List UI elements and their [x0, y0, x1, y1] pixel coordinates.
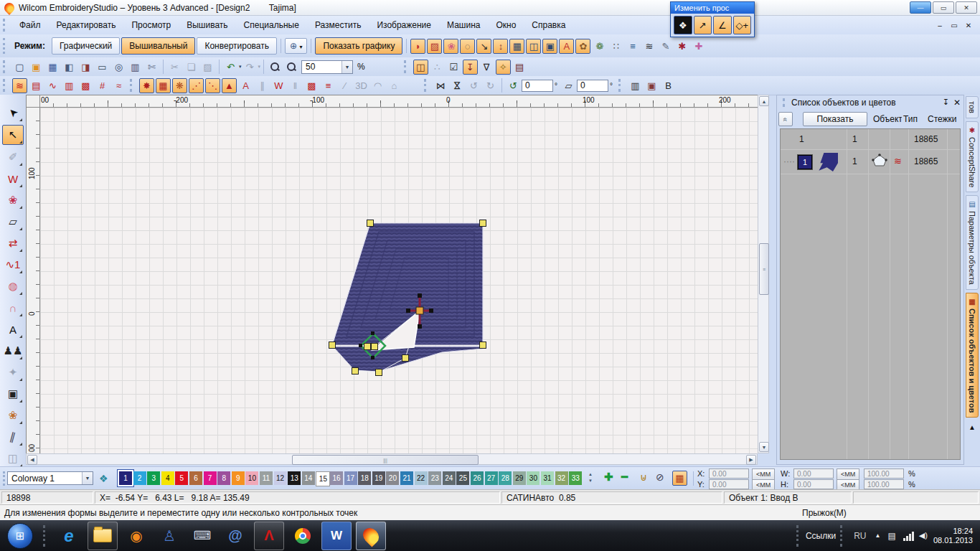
color-chip-2[interactable]: 2 [133, 471, 146, 485]
toolbar-grip[interactable] [3, 60, 9, 73]
tatami-icon[interactable]: ▤ [29, 78, 44, 93]
split-tool[interactable]: ◫ [3, 449, 23, 468]
color-chip-19[interactable]: 19 [372, 471, 385, 485]
cylinder-icon[interactable]: ⊎ [640, 471, 647, 483]
color-chip-26[interactable]: 26 [471, 471, 484, 485]
select-tool[interactable]: ➤ [3, 103, 23, 122]
menu-9[interactable]: Справка [524, 17, 573, 33]
taskbar-mediaplayer-icon[interactable]: ◉ [122, 522, 151, 550]
lettering-remove-tool[interactable]: W [3, 169, 23, 188]
feather-edge-icon[interactable]: ⋱ [205, 78, 220, 93]
print-icon[interactable]: ▭ [95, 60, 110, 75]
mirror-h-icon[interactable]: ⋈ [433, 78, 448, 93]
hoop-flower-icon[interactable]: ✿ [575, 39, 590, 54]
network-icon[interactable] [903, 531, 915, 541]
zoom-tool-icon[interactable] [284, 60, 299, 75]
circle-tool[interactable]: ◍ [3, 277, 23, 296]
grid-overlay-icon[interactable]: ◫ [526, 39, 541, 54]
skew-input[interactable]: 0 [577, 80, 608, 92]
color-chip-7[interactable]: 7 [204, 471, 217, 485]
insert-design-icon[interactable]: ◧ [62, 60, 77, 75]
x-mm-button[interactable]: <MM [752, 468, 775, 480]
ring-tool[interactable]: ∩ [3, 298, 23, 317]
collapse-button[interactable]: « [778, 112, 793, 126]
menu-2[interactable]: Просмотр [123, 17, 179, 33]
hscroll-thumb[interactable]: ||| [292, 455, 479, 465]
copy-icon[interactable]: ❏ [184, 60, 199, 75]
mdi-minimize-button[interactable]: – [933, 19, 947, 31]
print-preview-icon[interactable]: ◎ [111, 60, 126, 75]
entry-point-handle[interactable] [416, 307, 423, 314]
send-machine-icon[interactable]: ▥ [128, 60, 143, 75]
cut-icon[interactable]: ✂ [167, 60, 182, 75]
color-chip-8[interactable]: 8 [217, 471, 230, 485]
w-mm-button[interactable]: <MM [837, 468, 859, 480]
mode-embroidery-button[interactable]: Вышивальный [121, 37, 195, 55]
group-row-stitches[interactable]: 18865 [914, 134, 938, 144]
menu-3[interactable]: Вышивать [179, 17, 235, 33]
save-icon[interactable]: ▦ [45, 60, 60, 75]
object-row-count[interactable]: 1 [852, 156, 857, 166]
texture-fx-icon[interactable]: ▩ [304, 78, 319, 93]
combo-arrow-icon[interactable]: ▼ [82, 472, 93, 484]
color-chip-4[interactable]: 4 [161, 471, 174, 485]
scale-x-field[interactable]: 100.00 [864, 468, 904, 479]
color-chip-15[interactable]: 15 [316, 471, 330, 486]
scroll-up-icon[interactable]: ▲ [759, 96, 769, 106]
motif-fill-icon[interactable]: ❋ [172, 78, 187, 93]
colorway-combo[interactable]: Colorway 1 ▼ [7, 471, 93, 485]
taskbar-wilcom-icon[interactable] [356, 522, 386, 550]
toolbar-grip[interactable] [3, 38, 9, 54]
grid-icon[interactable]: ▦ [509, 39, 524, 54]
mode-graphic-button[interactable]: Графический [52, 37, 120, 55]
scroll-right-icon[interactable]: ▶ [746, 455, 756, 465]
toolbar-grip[interactable] [404, 60, 410, 73]
tab-scroll-icon[interactable]: ▲ [969, 423, 976, 431]
close-button[interactable]: ✕ [956, 1, 977, 14]
language-indicator[interactable]: RU [854, 531, 866, 541]
color-chip-28[interactable]: 28 [499, 471, 512, 485]
gauge-needle-icon[interactable]: ↕ [493, 39, 508, 54]
add-color-icon[interactable]: ✚ [604, 471, 613, 484]
stitch-player-icon[interactable]: ▥ [628, 78, 643, 93]
mdi-close-button[interactable]: ✕ [961, 19, 976, 31]
dashed-ellipse-icon[interactable]: ◌ [460, 39, 475, 54]
add-point-icon[interactable]: ◇+ [733, 16, 752, 34]
taskbar-chrome-icon[interactable] [288, 522, 317, 550]
scale-y-field[interactable]: 100.00 [864, 479, 904, 489]
toolbar-grip[interactable] [3, 79, 9, 92]
palette-editor-icon[interactable]: ▦ [672, 471, 687, 486]
color-chip-6[interactable]: 6 [189, 471, 202, 485]
color-chip-16[interactable]: 16 [330, 471, 343, 485]
undo-icon[interactable]: ↶ [223, 60, 238, 75]
taskbar-grip[interactable] [796, 525, 801, 547]
node-select-icon[interactable]: ✧ [496, 60, 511, 75]
wave-fx-icon[interactable]: W [271, 78, 286, 93]
auto-scroll-icon[interactable]: ◫ [413, 60, 428, 75]
scroll-left-icon[interactable]: ◀ [27, 455, 37, 465]
hoop-globe-button[interactable]: ⊕ ▾ [285, 38, 307, 54]
lettering-tool[interactable]: A [3, 320, 23, 339]
redo-icon-dropdown[interactable]: ▾ [258, 64, 261, 70]
object-list-tab[interactable]: ▦Список объектов и цветов [966, 293, 979, 418]
penetration-icon[interactable]: ∇ [479, 60, 494, 75]
panel-close-icon[interactable]: ✕ [953, 98, 961, 108]
conceptshare-tab[interactable]: ✱ConceptShare [966, 121, 979, 192]
motif-run-tool[interactable]: ❀ [3, 406, 23, 425]
group-row-count[interactable]: 1 [852, 134, 857, 144]
needle-point-icon[interactable]: ↧ [463, 60, 478, 75]
color-chip-31[interactable]: 31 [541, 471, 554, 485]
trapunto-icon[interactable]: ≡ [321, 78, 336, 93]
menu-4[interactable]: Специальные [236, 17, 307, 33]
menu-6[interactable]: Изображение [369, 17, 439, 33]
color-chip-3[interactable]: 3 [147, 471, 160, 485]
rotate-angle-icon[interactable]: ∠ [713, 16, 732, 34]
group-row-index[interactable]: 1 [799, 134, 804, 144]
measure-icon[interactable]: ↘ [476, 39, 491, 54]
rotate-ccw-icon[interactable]: ↺ [466, 78, 481, 93]
object-properties-tab[interactable]: ▤Параметры объекта [966, 195, 979, 290]
color-chip-9[interactable]: 9 [232, 471, 245, 485]
color-chip-27[interactable]: 27 [485, 471, 498, 485]
italic-fx-icon[interactable]: ∥ [255, 78, 270, 93]
x-field[interactable]: 0.00 [709, 468, 749, 479]
